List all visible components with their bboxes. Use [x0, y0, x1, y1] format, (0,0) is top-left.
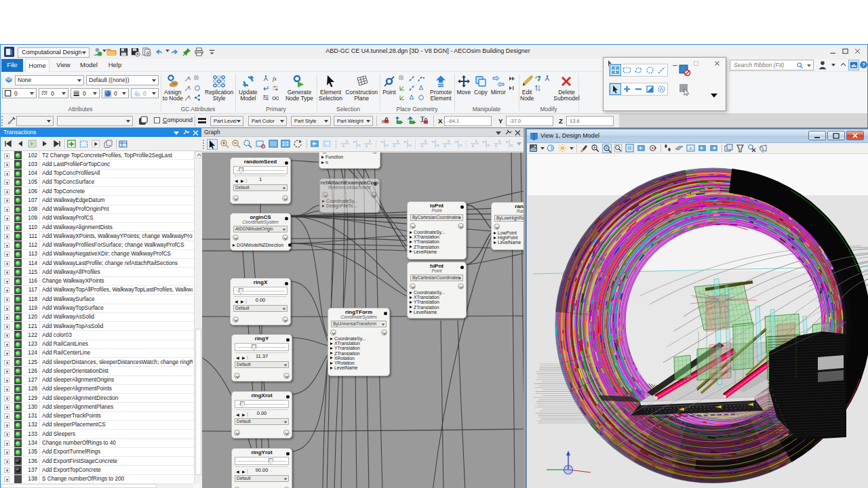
- expand-icon[interactable]: [4, 180, 9, 185]
- transaction-row[interactable]: 118Add WalkwaySurface: [1, 295, 194, 304]
- c-pen-icon[interactable]: [184, 94, 193, 103]
- attr-combo-transparency[interactable]: 0: [131, 88, 159, 98]
- graph-zoom-selection[interactable]: [243, 139, 254, 150]
- view-toolbar-caret[interactable]: [570, 147, 574, 150]
- transaction-row[interactable]: 124Add RailCenterLine: [1, 349, 194, 358]
- node-spinner[interactable]: ◀▶|90.00: [235, 467, 289, 474]
- window-maximize-button[interactable]: [841, 47, 850, 55]
- expand-icon[interactable]: [4, 207, 9, 212]
- expand-icon[interactable]: [4, 287, 9, 293]
- dialog-close-button[interactable]: [713, 60, 721, 67]
- expand-icon[interactable]: [4, 306, 9, 311]
- transaction-row[interactable]: 138S Change numberOfRings to 200: [1, 475, 194, 484]
- compound-checkbox[interactable]: [154, 117, 160, 123]
- transactions-vscrollbar[interactable]: [194, 151, 201, 484]
- node-collapse-chevron[interactable]: [282, 317, 288, 323]
- transaction-row[interactable]: 120Add WalkwayAsSolid: [1, 313, 194, 322]
- app-icon[interactable]: [4, 47, 14, 57]
- graph-node-ringX[interactable]: ringX◀▶|0.00Default: [230, 278, 291, 325]
- node-combo[interactable]: Default: [233, 305, 288, 312]
- attr-combo-line-weight[interactable]: 0: [71, 88, 100, 98]
- print-icon[interactable]: [194, 47, 204, 57]
- window-close-button[interactable]: [853, 47, 863, 55]
- c-arr-icon[interactable]: [262, 85, 271, 94]
- view-clip-volume-button[interactable]: [736, 144, 745, 153]
- user-status-icon[interactable]: [92, 47, 102, 57]
- node-combo[interactable]: Default: [235, 475, 289, 482]
- fence-shape-button[interactable]: [633, 64, 644, 76]
- graph-node-ringTForm[interactable]: ringTFormCoordinateSystemByUniversalTran…: [328, 308, 390, 376]
- transactions-last-button[interactable]: [52, 140, 62, 148]
- part-combo-part-color[interactable]: Part Color: [248, 116, 287, 126]
- window-minimize-button[interactable]: [829, 47, 838, 55]
- graph-canvas[interactable]: FunctionnrandomSeed◀▶|1DefaultrefAttachE…: [202, 152, 524, 488]
- expand-icon[interactable]: [4, 225, 9, 230]
- c-split-icon[interactable]: [544, 75, 553, 84]
- c-fe-icon[interactable]: [509, 85, 517, 94]
- transaction-row[interactable]: 106Add TopConcrete: [1, 187, 194, 196]
- transaction-row[interactable]: 102T2 Change TopConcreteProfiles, TopPro…: [1, 151, 194, 160]
- transaction-row[interactable]: 131Add sleeperTrackPoints: [1, 412, 194, 421]
- graph-node-orginCS[interactable]: orginCSCoordinateSystemAtDGNModelOriginD…: [230, 213, 291, 251]
- c-circ-icon[interactable]: [194, 85, 203, 94]
- c-pt1-icon[interactable]: [194, 75, 203, 84]
- view-clip-mask-button[interactable]: [747, 144, 757, 153]
- graph-node-hiPnt[interactable]: hiPntPointByCartesianCoordinatesCoordina…: [407, 262, 467, 319]
- transaction-row[interactable]: 126Add sleeperOrientationDist: [1, 367, 194, 375]
- node-combo[interactable]: Default: [235, 418, 289, 425]
- workflow-selector[interactable]: Computational Design: [18, 47, 90, 58]
- search-icon[interactable]: [796, 62, 804, 69]
- expand-icon[interactable]: [4, 459, 9, 464]
- panel-titlebar-icons[interactable]: [494, 129, 521, 136]
- ribbon-button-assign-to-node[interactable]: Assign to Node: [163, 73, 183, 108]
- connect-services-button[interactable]: [848, 60, 859, 70]
- tab-model[interactable]: Model: [77, 59, 101, 72]
- stack-icon[interactable]: [138, 115, 149, 126]
- graph-align-tool-8[interactable]: [431, 139, 441, 150]
- qat-caret-icon[interactable]: [102, 49, 113, 60]
- node-collapse-chevron[interactable]: [283, 373, 290, 379]
- select-invert-button[interactable]: [644, 83, 656, 95]
- expand-icon[interactable]: [4, 324, 9, 329]
- expand-icon[interactable]: [4, 396, 9, 401]
- slider-thumb[interactable]: [239, 288, 243, 294]
- save-icon[interactable]: [119, 47, 129, 57]
- expand-icon[interactable]: [4, 153, 9, 159]
- expand-icon[interactable]: [4, 350, 9, 356]
- node-collapse-chevron[interactable]: [458, 223, 464, 229]
- dialog-maximize-button[interactable]: [692, 60, 700, 67]
- transactions-fence-blue-button[interactable]: [79, 140, 89, 148]
- expand-icon[interactable]: [4, 378, 9, 383]
- expand-icon[interactable]: [4, 189, 9, 195]
- tab-help[interactable]: Help: [104, 59, 126, 72]
- expand-icon[interactable]: [4, 270, 9, 275]
- transaction-row[interactable]: 135Add ExportTunnelRings: [1, 448, 194, 457]
- expand-icon[interactable]: [4, 432, 9, 437]
- node-collapse-chevron[interactable]: [458, 283, 464, 289]
- slider-thumb[interactable]: [252, 344, 256, 350]
- node-collapse-chevron[interactable]: [283, 430, 290, 436]
- expand-icon[interactable]: [4, 360, 9, 365]
- view-maximize-button[interactable]: [827, 131, 845, 140]
- tab-home[interactable]: Home: [25, 59, 50, 72]
- view-presentation-button[interactable]: [547, 144, 556, 153]
- graph-align-tool-11[interactable]: [470, 139, 481, 150]
- c-sli2-icon[interactable]: [262, 94, 271, 103]
- graph-align-tool-13[interactable]: [493, 139, 504, 150]
- ribbon-button-mirror[interactable]: Mirror: [491, 73, 506, 108]
- graph-align-tool-10[interactable]: [454, 139, 465, 150]
- graph-marquee-nodes[interactable]: [281, 139, 292, 150]
- node-slider[interactable]: [235, 400, 289, 408]
- slider-thumb[interactable]: [240, 401, 245, 407]
- view-close-button[interactable]: [846, 131, 864, 140]
- transactions-table-button[interactable]: [119, 140, 128, 148]
- transaction-row[interactable]: 123Add RailCantLines: [1, 340, 194, 349]
- ts-combo-empty-2[interactable]: [57, 116, 133, 126]
- c-pt2-icon[interactable]: [408, 85, 417, 94]
- c-sli-icon[interactable]: [272, 85, 281, 94]
- transaction-row[interactable]: 114Add WalkwayLastProfile; change refAtt…: [1, 259, 194, 268]
- template-combo[interactable]: Default ((none)): [86, 75, 159, 85]
- toolbar-grip[interactable]: [1, 116, 3, 126]
- graph-node-fn[interactable]: Functionn: [319, 152, 380, 169]
- node-collapse-chevron[interactable]: [234, 373, 240, 379]
